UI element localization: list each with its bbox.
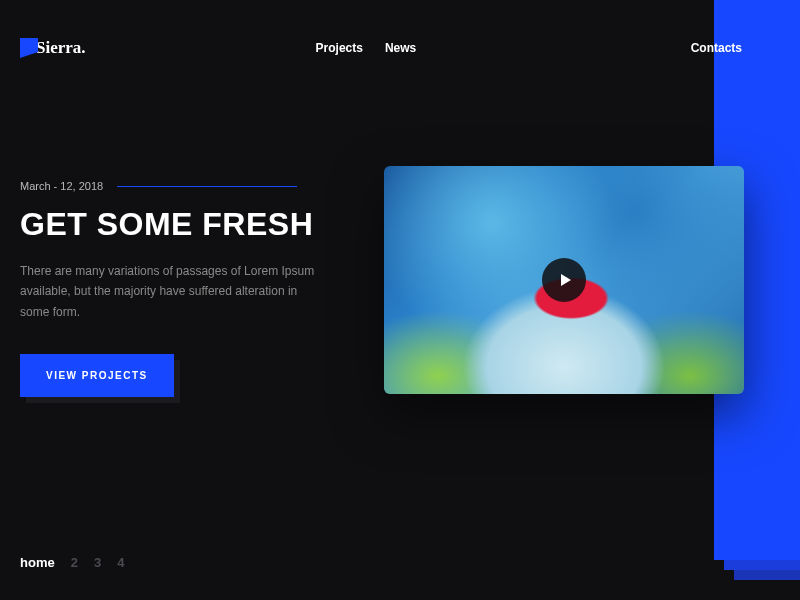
date-row: March - 12, 2018 (20, 180, 360, 192)
logo[interactable]: Sierra. (20, 38, 86, 58)
pager-item-home[interactable]: home (20, 555, 55, 570)
nav-link-projects[interactable]: Projects (316, 41, 363, 55)
nav-center: Projects News (316, 41, 417, 55)
page-indicator: home 2 3 4 (20, 555, 124, 570)
hero-section: March - 12, 2018 GET SOME FRESH There ar… (20, 180, 360, 397)
nav-link-contacts[interactable]: Contacts (691, 41, 742, 55)
hero-date: March - 12, 2018 (20, 180, 103, 192)
nav-right: Contacts (691, 41, 780, 55)
cta-wrap: VIEW PROJECTS (20, 354, 174, 397)
play-button[interactable] (542, 258, 586, 302)
pager-item-4[interactable]: 4 (117, 555, 124, 570)
site-header: Sierra. Projects News Contacts (0, 0, 800, 58)
hero-title: GET SOME FRESH (20, 206, 360, 243)
contacts-underline (752, 47, 780, 49)
date-divider (117, 186, 297, 187)
hero-description: There are many variations of passages of… (20, 261, 320, 322)
pager-item-3[interactable]: 3 (94, 555, 101, 570)
logo-text: Sierra. (36, 38, 86, 58)
pager-item-2[interactable]: 2 (71, 555, 78, 570)
hero-media-card (384, 166, 744, 394)
view-projects-button[interactable]: VIEW PROJECTS (20, 354, 174, 397)
nav-link-news[interactable]: News (385, 41, 416, 55)
play-icon (561, 274, 571, 286)
